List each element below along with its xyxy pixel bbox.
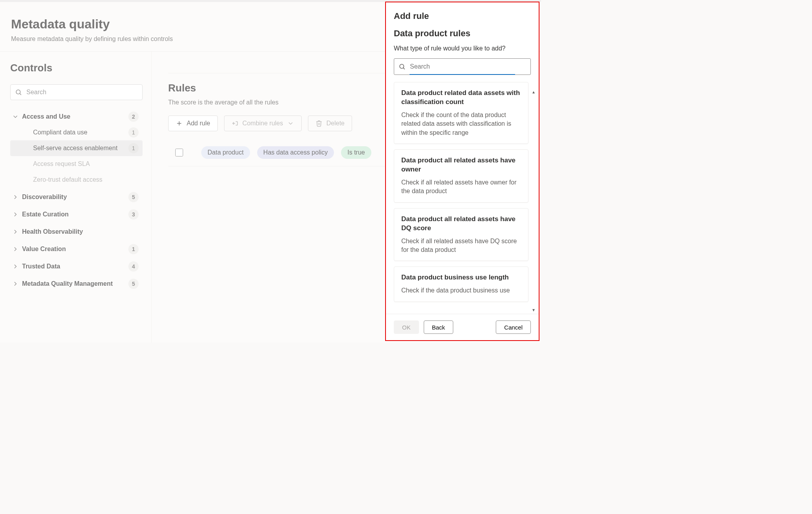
tree-item-label: Self-serve access enablement [33,141,128,156]
rule-option-card[interactable]: Data product all related assets have own… [394,149,528,203]
panel-search[interactable] [394,58,531,75]
combine-rules-button[interactable]: Combine rules [224,115,302,131]
tree-group-label: Estate Curation [22,211,128,218]
rule-checkbox[interactable] [175,149,183,156]
tree-group-label: Value Creation [22,246,128,253]
search-icon [15,89,22,96]
controls-heading: Controls [10,62,143,74]
pill-value: Is true [341,146,371,159]
delete-button[interactable]: Delete [308,115,352,131]
count-badge: 1 [128,244,139,254]
cancel-button[interactable]: Cancel [496,320,531,334]
panel-search-input[interactable] [394,58,531,75]
tree-group-label: Trusted Data [22,263,128,270]
scroll-up-icon: ▲ [532,90,536,95]
svg-point-0 [16,90,20,94]
svg-line-1 [20,93,21,95]
tree-group-label: Discoverability [22,194,128,201]
count-badge: 4 [128,261,139,272]
tree-item: Zero-trust default access [10,172,143,188]
pill-subject: Data product [201,146,250,159]
tree-item-label: Access request SLA [33,157,139,171]
option-title: Data product all related assets have DQ … [401,215,521,233]
tree-group-header[interactable]: Discoverability5 [10,189,143,205]
tree-group-header[interactable]: Metadata Quality Management5 [10,276,143,292]
option-desc: Check if all related assets have DQ scor… [401,237,521,255]
tree-group-header[interactable]: Trusted Data4 [10,259,143,274]
combine-icon [232,120,239,127]
ok-button[interactable]: OK [394,320,419,334]
tree-group-label: Health Observability [22,228,139,235]
rule-option-card[interactable]: Data product related data assets with cl… [394,82,528,144]
rule-option-card[interactable]: Data product business use lengthCheck if… [394,266,528,302]
pill-predicate: Has data access policy [257,146,334,159]
back-button[interactable]: Back [424,320,453,334]
tree-item[interactable]: Compliant data use1 [10,125,143,140]
option-desc: Check if the data product business use [401,286,521,295]
controls-tree: Access and Use2Compliant data use1Self-s… [10,109,143,292]
count-badge: 1 [128,127,139,138]
tree-group-header[interactable]: Estate Curation3 [10,207,143,222]
count-badge: 1 [128,143,139,153]
add-rule-panel: Add rule Data product rules What type of… [385,2,539,341]
tree-item-label: Compliant data use [33,125,128,140]
chevron-down-icon [287,120,294,127]
svg-point-4 [400,64,404,69]
option-title: Data product related data assets with cl… [401,89,521,107]
count-badge: 2 [128,112,139,122]
count-badge: 3 [128,209,139,220]
tree-group-header[interactable]: Value Creation1 [10,241,143,257]
option-title: Data product all related assets have own… [401,156,521,174]
tree-group-header[interactable]: Access and Use2 [10,109,143,125]
option-desc: Check if the count of the data product r… [401,111,521,137]
controls-sidebar: Controls Access and Use2Compliant data u… [0,52,152,343]
scroll-down-icon: ▼ [532,308,536,313]
tree-group-label: Metadata Quality Management [22,280,128,287]
search-icon [399,63,406,70]
tree-group-label: Access and Use [22,113,128,120]
svg-line-5 [403,68,404,69]
add-rule-button[interactable]: Add rule [168,115,218,131]
trash-icon [315,120,323,127]
panel-title: Add rule [394,11,531,21]
count-badge: 5 [128,192,139,202]
option-desc: Check if all related assets have owner f… [401,178,521,196]
panel-question: What type of rule would you like to add? [394,45,531,52]
tree-group-header[interactable]: Health Observability [10,224,143,240]
plus-icon [176,120,183,127]
tree-item-label: Zero-trust default access [33,173,139,187]
tree-item[interactable]: Self-serve access enablement1 [10,140,143,156]
controls-search-input[interactable] [10,84,143,100]
tree-item: Access request SLA [10,156,143,172]
rule-options-list[interactable]: Data product related data assets with cl… [394,82,531,314]
option-title: Data product business use length [401,273,521,282]
panel-footer: OK Back Cancel [386,314,539,340]
count-badge: 5 [128,279,139,289]
controls-search[interactable] [10,84,143,100]
panel-subtitle: Data product rules [394,28,531,39]
rule-option-card[interactable]: Data product all related assets have DQ … [394,208,528,261]
